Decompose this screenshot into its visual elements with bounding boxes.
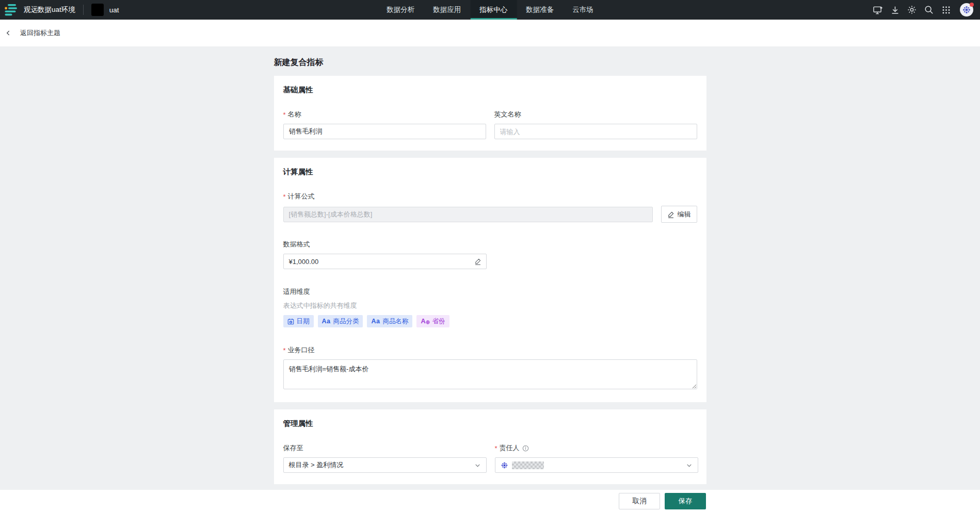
calculation-properties-title: 计算属性 bbox=[283, 167, 697, 177]
dimension-tags: 日期 Aa 商品分类 Aa 商品名称 A bbox=[283, 315, 697, 327]
owner-label: * 责任人 bbox=[495, 443, 698, 453]
navbar-divider bbox=[83, 5, 84, 15]
dimension-tag-date: 日期 bbox=[283, 315, 314, 327]
owner-name-masked bbox=[512, 461, 544, 469]
data-format-label: 数据格式 bbox=[283, 240, 697, 249]
business-caliber-label: * 业务口径 bbox=[283, 345, 697, 355]
basic-properties-title: 基础属性 bbox=[283, 85, 697, 95]
dimension-tag-product-name: Aa 商品名称 bbox=[367, 315, 412, 327]
english-name-label: 英文名称 bbox=[494, 110, 697, 119]
save-to-select[interactable]: 根目录 > 盈利情况 bbox=[283, 457, 487, 473]
data-format-value: ¥1,000.00 bbox=[289, 258, 319, 266]
page-title: 新建复合指标 bbox=[274, 46, 706, 68]
page-content: 新建复合指标 基础属性 * 名称 英文名称 bbox=[0, 46, 980, 490]
search-icon[interactable] bbox=[924, 5, 934, 15]
nav-item-data-prep[interactable]: 数据准备 bbox=[517, 0, 563, 20]
breadcrumb-bar: 返回指标主题 bbox=[0, 20, 980, 46]
workspace-name[interactable]: uat bbox=[109, 6, 119, 14]
cancel-button[interactable]: 取消 bbox=[619, 493, 660, 509]
notification-dot bbox=[970, 3, 974, 7]
text-type-icon: Aa bbox=[322, 318, 331, 325]
main-nav-menu: 数据分析 数据应用 指标中心 数据准备 云市场 bbox=[377, 0, 603, 20]
geo-type-icon: A bbox=[421, 318, 429, 325]
required-asterisk: * bbox=[283, 111, 286, 119]
management-properties-card: 管理属性 保存至 根目录 > 盈利情况 bbox=[274, 409, 706, 484]
management-properties-title: 管理属性 bbox=[283, 419, 697, 428]
required-asterisk: * bbox=[495, 444, 497, 452]
applicable-dimensions-label: 适用维度 bbox=[283, 287, 697, 296]
guandata-logo-icon bbox=[5, 4, 19, 16]
nav-item-metrics-center[interactable]: 指标中心 bbox=[470, 0, 517, 20]
required-asterisk: * bbox=[283, 346, 286, 354]
data-format-box: ¥1,000.00 bbox=[283, 254, 487, 269]
dimensions-helper-text: 表达式中指标的共有维度 bbox=[283, 301, 697, 310]
save-button[interactable]: 保存 bbox=[665, 493, 706, 509]
basic-properties-card: 基础属性 * 名称 英文名称 bbox=[274, 76, 706, 151]
formula-input bbox=[283, 207, 653, 222]
nav-item-data-analysis[interactable]: 数据分析 bbox=[377, 0, 424, 20]
user-avatar[interactable] bbox=[960, 3, 973, 16]
edit-data-format-icon[interactable] bbox=[474, 258, 481, 265]
save-to-label: 保存至 bbox=[283, 443, 487, 453]
top-navbar: 观远数据uat环境 uat 数据分析 数据应用 指标中心 数据准备 云市场 bbox=[0, 0, 980, 20]
edit-formula-button[interactable]: 编辑 bbox=[661, 206, 697, 223]
pencil-icon bbox=[667, 211, 674, 218]
chevron-down-icon bbox=[474, 462, 481, 469]
chevron-down-icon bbox=[686, 462, 693, 469]
name-input[interactable] bbox=[283, 124, 486, 139]
settings-gear-icon[interactable] bbox=[907, 5, 917, 15]
dimension-tag-product-category: Aa 商品分类 bbox=[318, 315, 363, 327]
formula-label: * 计算公式 bbox=[283, 192, 697, 201]
chevron-left-icon bbox=[5, 29, 12, 37]
nav-item-data-apps[interactable]: 数据应用 bbox=[424, 0, 470, 20]
text-type-icon: Aa bbox=[371, 318, 380, 325]
screencast-icon[interactable] bbox=[873, 5, 883, 15]
calendar-clock-icon bbox=[287, 318, 294, 325]
dimension-tag-province: A 省份 bbox=[416, 315, 449, 327]
owner-avatar-icon bbox=[501, 461, 508, 469]
save-to-value: 根目录 > 盈利情况 bbox=[289, 460, 474, 470]
info-icon bbox=[522, 445, 529, 452]
brand-name: 观远数据uat环境 bbox=[24, 5, 75, 14]
english-name-input[interactable] bbox=[494, 124, 697, 139]
required-asterisk: * bbox=[283, 193, 286, 201]
name-label: * 名称 bbox=[283, 110, 486, 119]
form-footer: 取消 保存 bbox=[0, 490, 980, 512]
download-icon[interactable] bbox=[890, 5, 900, 15]
back-to-metric-topics-link[interactable]: 返回指标主题 bbox=[5, 28, 60, 38]
apps-grid-icon[interactable] bbox=[941, 5, 951, 15]
workspace-logo bbox=[91, 4, 104, 16]
nav-item-cloud-market[interactable]: 云市场 bbox=[563, 0, 603, 20]
business-caliber-textarea[interactable] bbox=[283, 359, 697, 389]
calculation-properties-card: 计算属性 * 计算公式 编辑 数据格式 bbox=[274, 158, 706, 402]
owner-select[interactable] bbox=[495, 457, 698, 473]
